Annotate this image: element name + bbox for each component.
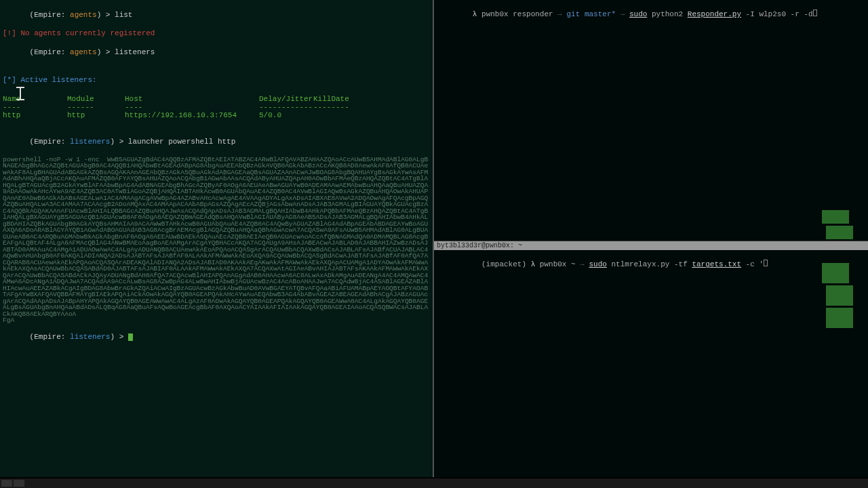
left-terminal-pane[interactable]: (Empire: agents) > list [!] No agents cu…: [0, 0, 434, 477]
empire-context-agents: agents: [70, 11, 97, 19]
empire-context-listeners: listeners: [70, 333, 110, 341]
taskbar[interactable]: [0, 479, 868, 488]
right-bottom-terminal-pane[interactable]: byt3bl33d3r@pwnb0x: ~ (impacket) λ pwnb0…: [434, 241, 868, 477]
no-agents-message: [!] No agents currently registered: [3, 29, 430, 39]
terminal-cursor: [813, 9, 817, 16]
terminal-cursor: [764, 260, 768, 266]
activity-indicator-block: [826, 285, 853, 306]
impacket-context: (impacket): [481, 260, 526, 268]
cmd-targets-file: targets.txt: [692, 260, 741, 268]
empire-prompt-open: (Empire:: [30, 11, 70, 19]
activity-indicator-block: [822, 263, 849, 283]
arrow-icon: →: [620, 10, 625, 18]
cmd-sudo: sudo: [589, 260, 607, 268]
cmd-tf-flag: -tf: [674, 260, 688, 268]
cmd-launcher: launcher powershell http: [128, 138, 235, 146]
terminal-titlebar: byt3bl33d3r@pwnb0x: ~: [434, 241, 868, 250]
cmd-list: list: [115, 11, 132, 19]
activity-indicator-block: [822, 210, 849, 224]
cmd-responder-file: Responder.py: [688, 10, 741, 18]
listeners-table-underline: ---- ------ ---- ------------ --------: [3, 103, 430, 111]
activity-indicator-block: [826, 226, 853, 239]
activity-indicator-block: [826, 308, 853, 328]
cmd-python: python2: [652, 10, 683, 18]
prompt-path: pwnb0x responder: [481, 10, 553, 18]
git-branch: git master*: [566, 10, 616, 18]
arrow-icon: →: [580, 260, 585, 268]
lambda-prompt-icon: λ: [473, 10, 477, 18]
taskbar-item[interactable]: [1, 480, 12, 487]
empire-context-agents: agents: [70, 48, 97, 56]
cmd-listeners: listeners: [115, 48, 155, 56]
cmd-ntlmrelayx: ntlmrelayx.py: [612, 260, 670, 268]
right-top-terminal-pane[interactable]: λ pwnb0x responder → git master* → sudo …: [434, 0, 868, 241]
taskbar-item[interactable]: [14, 480, 24, 487]
active-listeners-header: [*] Active listeners:: [3, 76, 430, 85]
cmd-args: -I wlp2s0 -r -d: [746, 10, 813, 18]
arrow-icon: →: [557, 10, 562, 18]
cmd-sudo: sudo: [629, 10, 647, 18]
cmd-args: -c ': [746, 260, 764, 268]
prompt-path: pwnb0x ~: [540, 260, 576, 268]
listeners-table-header: Name Module Host Delay/Jitter KillDate: [3, 95, 430, 103]
empire-prompt-close: ) >: [97, 11, 115, 19]
lambda-prompt-icon: λ: [531, 260, 536, 268]
listeners-table-row: http http https://192.168.10.3:7654 5/0.…: [3, 111, 430, 119]
terminal-cursor: [128, 333, 133, 341]
empire-context-listeners: listeners: [70, 138, 110, 146]
powershell-encoded-output: powershell -noP -w 1 -enc WwBSAGUAZgBdAC…: [3, 157, 430, 324]
